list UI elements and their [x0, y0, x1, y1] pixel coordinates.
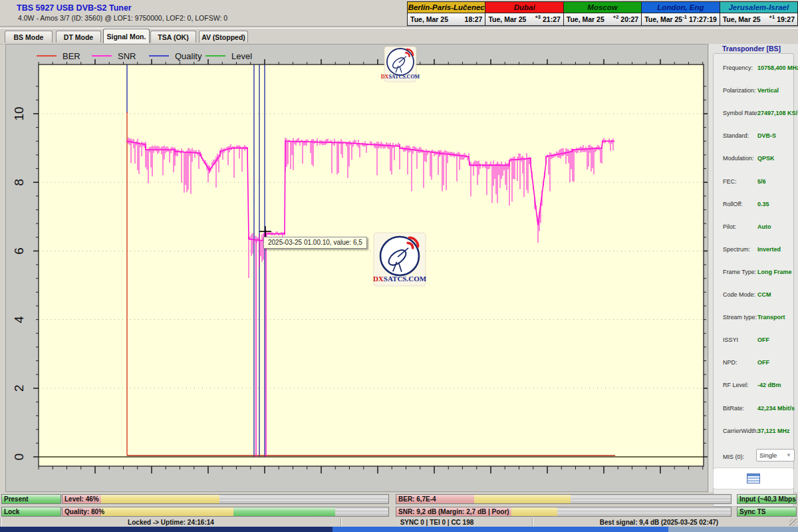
tab-av-stopped-[interactable]: AV (Stopped)	[199, 31, 248, 43]
clock-berlin-paris-lu-enec: Berlin-Paris-LučenecTue, Mar 2518:27	[408, 2, 485, 25]
svg-text:6: 6	[12, 247, 26, 255]
status-bar: Locked -> Uptime: 24:16:14SYNC 0 | TEI 0…	[0, 518, 798, 527]
clock-time: 19:27	[777, 15, 795, 23]
clock-city-label: Berlin-Paris-Lučenec	[408, 2, 485, 13]
transponder-field-value: 10758,400 MHz	[757, 65, 798, 71]
transponder-field-label: Frame Type:	[723, 269, 756, 275]
transponder-field-value: Vertical	[757, 87, 779, 94]
chevron-down-icon: ▼	[786, 452, 791, 458]
clock-date: Tue, Mar 25	[644, 15, 682, 23]
window-title: TBS 5927 USB DVB-S2 Tuner	[17, 3, 132, 13]
clock-time-row: Tue, Mar 25+220:27	[564, 13, 641, 25]
svg-text:8: 8	[12, 179, 26, 186]
transponder-field-label: Modulation:	[723, 155, 754, 162]
bar-label: Present	[4, 495, 29, 503]
transponder-field-label: RF Level:	[723, 382, 749, 388]
bar-label: Quality: 80%	[65, 507, 104, 516]
clock-time: 21:27	[543, 15, 561, 23]
transponder-field-value: Auto	[757, 223, 771, 230]
tab-bar: BS ModeDT ModeSignal Mon.TSA (OK)AV (Sto…	[0, 28, 798, 44]
clock-dubai: DubaiTue, Mar 25+321:27	[485, 2, 563, 25]
tab-signal-mon-[interactable]: Signal Mon.	[103, 29, 150, 43]
meter-bar: Level: 46%	[62, 494, 389, 504]
tab-bs-mode[interactable]: BS Mode	[5, 31, 53, 43]
report-icon	[747, 473, 760, 483]
signal-monitor-chart-panel: 0246810DXSATCS.COMDXSATCS.COM BERSNRQual…	[5, 44, 708, 492]
clock-city-label: Jerusalem-Israel	[720, 2, 797, 13]
resize-grip-icon[interactable]	[789, 519, 797, 526]
transponder-field-label: CarrierWidth:	[723, 428, 758, 434]
legend-item-level: Level	[205, 50, 252, 62]
clock-utc-offset: +2	[613, 14, 619, 20]
svg-text:10: 10	[12, 106, 26, 120]
transponder-field-label: Standard:	[723, 132, 749, 139]
legend-line-swatch	[37, 55, 57, 57]
clock-city-label: Dubai	[485, 2, 563, 13]
svg-text:4: 4	[12, 316, 26, 323]
transponder-field-value: DVB-S	[757, 132, 776, 139]
mis-label: MIS (0):	[723, 454, 744, 460]
clock-time-row: Tue, Mar 25+119:27	[720, 13, 797, 25]
transponder-field-label: Symbol Rate:	[723, 110, 759, 116]
bar-segment-yellow	[101, 507, 233, 516]
transponder-field-label: FEC:	[723, 178, 737, 185]
transponder-field-value: QPSK	[757, 155, 775, 162]
clock-time: 20:27	[620, 15, 638, 23]
transponder-title: Transponder [BS]	[720, 45, 783, 53]
clock-date: Tue, Mar 25	[410, 15, 463, 23]
bar-label: SNR: 9,2 dB (Margin: 2,7 dB | Poor)	[398, 507, 509, 516]
transponder-field-label: Spectrum:	[723, 246, 750, 253]
meter-bar: Quality: 80%	[62, 507, 389, 517]
transponder-field-label: Stream type:	[723, 314, 757, 321]
bar-segment-gray	[219, 495, 388, 503]
taskbar-segment	[668, 527, 798, 532]
report-button[interactable]	[713, 467, 794, 489]
transponder-field-value: Transport	[757, 314, 785, 321]
chart-tooltip: 2025-03-25 01.00.10, value: 6,5	[263, 237, 367, 249]
transponder-field-value: 0.35	[757, 201, 769, 207]
transponder-field-label: RollOff:	[723, 201, 743, 207]
indicator-bar: Input (~40,3 Mbps)	[737, 494, 797, 504]
statusbar-cell: Best signal: 9,4 dB (2025-03-25 02:47)	[532, 518, 785, 527]
transponder-field-value: Inverted	[757, 246, 781, 253]
bar-segment-yellow	[474, 495, 571, 503]
clock-date: Tue, Mar 25	[723, 15, 769, 23]
indicator-lock: Lock	[1, 507, 61, 517]
clock-time: 17:27:19	[689, 15, 717, 23]
taskbar-segment	[0, 527, 332, 532]
tab-dt-mode[interactable]: DT Mode	[56, 31, 101, 43]
svg-text:0: 0	[12, 454, 26, 461]
legend-label: Level	[231, 51, 252, 61]
bar-label: Input (~40,3 Mbps)	[739, 495, 797, 503]
taskbar-segment	[332, 527, 668, 532]
meter-bar: SNR: 9,2 dB (Margin: 2,7 dB | Poor)	[396, 507, 732, 517]
transponder-field-label: ISSYI	[723, 336, 738, 343]
bar-segment-gray	[335, 507, 388, 516]
clock-date: Tue, Mar 25	[567, 15, 613, 23]
transponder-field-label: Pilot:	[723, 223, 736, 230]
tuner-subtitle: 4.0W - Amos 3/7 (ID: 3560) @ LOF1: 97500…	[18, 14, 227, 22]
clock-jerusalem-israel: Jerusalem-IsraelTue, Mar 25+119:27	[720, 2, 797, 25]
clock-time-row: Tue, Mar 25+321:27	[485, 13, 563, 25]
bar-label: BER: 6,7E-4	[398, 495, 436, 503]
mis-dropdown[interactable]: Single ▼	[756, 449, 795, 462]
bar-segment-yellow	[101, 495, 219, 503]
transponder-groupbox: Transponder [BS] Frequency:10758,400 MHz…	[713, 53, 794, 507]
transponder-field-value: 27497,108 KS/s	[757, 110, 798, 116]
statusbar-cell: Locked -> Uptime: 24:16:14	[0, 518, 341, 527]
statusbar-cell: SYNC 0 | TEI 0 | CC 198	[340, 518, 533, 527]
taskbar-edge	[0, 527, 798, 532]
clock-utc-offset: -1	[682, 14, 687, 20]
transponder-field-value: 42,234 Mbit/s	[757, 405, 795, 412]
transponder-field-label: Polarization:	[723, 87, 756, 94]
application-window: TBS 5927 USB DVB-S2 Tuner 4.0W - Amos 3/…	[0, 0, 798, 532]
indicator-bar: Sync TS	[737, 507, 797, 517]
tab-tsa-ok-[interactable]: TSA (OK)	[150, 31, 196, 43]
svg-text:2: 2	[12, 385, 26, 392]
meter-bar: BER: 6,7E-4	[396, 494, 732, 504]
transponder-panel: Transponder [BS] Frequency:10758,400 MHz…	[709, 44, 798, 492]
bar-label: Level: 46%	[65, 495, 99, 503]
legend-label: BER	[63, 51, 80, 61]
transponder-field-value: CCM	[757, 291, 771, 298]
legend-line-swatch	[205, 55, 225, 57]
